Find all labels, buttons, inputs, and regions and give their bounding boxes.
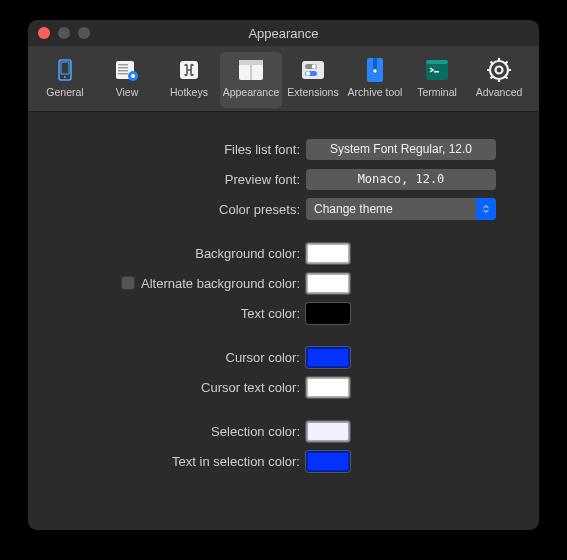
svg-point-2 xyxy=(64,76,66,78)
svg-rect-5 xyxy=(118,67,128,68)
window-title: Appearance xyxy=(248,26,318,41)
svg-line-33 xyxy=(505,62,508,65)
files-list-font-button[interactable]: System Font Regular, 12.0 xyxy=(306,139,496,160)
tab-archive-tool[interactable]: Archive tool xyxy=(344,52,406,108)
terminal-icon xyxy=(423,56,451,84)
view-icon xyxy=(113,56,141,84)
selection-color-label: Selection color: xyxy=(42,424,306,439)
appearance-form: Files list font: System Font Regular, 12… xyxy=(28,112,539,476)
svg-rect-7 xyxy=(118,73,128,74)
svg-point-16 xyxy=(312,64,316,68)
tab-advanced[interactable]: Advanced xyxy=(468,52,530,108)
svg-rect-13 xyxy=(250,65,252,80)
preview-font-value: Monaco, 12.0 xyxy=(358,172,445,186)
cursor-text-color-label: Cursor text color: xyxy=(42,380,306,395)
tab-label: Archive tool xyxy=(348,86,403,98)
svg-point-9 xyxy=(131,74,135,78)
appearance-icon xyxy=(237,56,265,84)
selection-color-swatch[interactable] xyxy=(306,421,350,442)
general-icon xyxy=(51,56,79,84)
preferences-window: Appearance General View Hotkeys Appear xyxy=(28,20,539,530)
text-in-selection-color-swatch[interactable] xyxy=(306,451,350,472)
tab-view[interactable]: View xyxy=(96,52,158,108)
extensions-icon xyxy=(299,56,327,84)
alt-background-color-label: Alternate background color: xyxy=(42,276,306,291)
tab-label: General xyxy=(46,86,83,98)
archive-tool-icon xyxy=(361,56,389,84)
svg-line-31 xyxy=(491,62,494,65)
text-in-selection-color-row: Text in selection color: xyxy=(42,446,525,476)
tab-hotkeys[interactable]: Hotkeys xyxy=(158,52,220,108)
alt-background-checkbox[interactable] xyxy=(121,276,135,290)
tab-label: Terminal xyxy=(417,86,457,98)
hotkeys-icon xyxy=(175,56,203,84)
gear-icon xyxy=(485,56,513,84)
color-presets-select[interactable]: Change theme xyxy=(306,198,496,220)
text-color-row: Text color: xyxy=(42,298,525,328)
titlebar: Appearance xyxy=(28,20,539,46)
background-color-label: Background color: xyxy=(42,246,306,261)
preferences-toolbar: General View Hotkeys Appearance Extensio xyxy=(28,46,539,112)
svg-line-32 xyxy=(505,76,508,79)
svg-rect-24 xyxy=(434,71,439,73)
color-presets-row: Color presets: Change theme xyxy=(42,194,525,224)
svg-point-21 xyxy=(373,69,377,73)
tab-label: View xyxy=(116,86,139,98)
close-window-button[interactable] xyxy=(38,27,50,39)
svg-point-18 xyxy=(306,71,310,75)
text-color-label: Text color: xyxy=(42,306,306,321)
cursor-text-color-swatch[interactable] xyxy=(306,377,350,398)
alt-background-color-swatch[interactable] xyxy=(306,273,350,294)
minimize-window-button[interactable] xyxy=(58,27,70,39)
alt-background-color-label-text: Alternate background color: xyxy=(141,276,300,291)
color-presets-label: Color presets: xyxy=(42,202,306,217)
cursor-color-label: Cursor color: xyxy=(42,350,306,365)
preview-font-label: Preview font: xyxy=(42,172,306,187)
selection-color-row: Selection color: xyxy=(42,416,525,446)
svg-rect-1 xyxy=(61,62,69,74)
tab-general[interactable]: General xyxy=(34,52,96,108)
svg-line-34 xyxy=(491,76,494,79)
files-list-font-label: Files list font: xyxy=(42,142,306,157)
svg-rect-12 xyxy=(239,60,263,65)
cursor-color-row: Cursor color: xyxy=(42,342,525,372)
svg-rect-23 xyxy=(426,60,448,64)
tab-terminal[interactable]: Terminal xyxy=(406,52,468,108)
files-list-font-row: Files list font: System Font Regular, 12… xyxy=(42,134,525,164)
cursor-text-color-row: Cursor text color: xyxy=(42,372,525,402)
tab-label: Appearance xyxy=(223,86,280,98)
svg-rect-14 xyxy=(302,61,324,79)
svg-rect-4 xyxy=(118,64,128,65)
preview-font-row: Preview font: Monaco, 12.0 xyxy=(42,164,525,194)
cursor-color-swatch[interactable] xyxy=(306,347,350,368)
preview-font-button[interactable]: Monaco, 12.0 xyxy=(306,169,496,190)
tab-label: Extensions xyxy=(287,86,338,98)
background-color-swatch[interactable] xyxy=(306,243,350,264)
tab-label: Advanced xyxy=(476,86,523,98)
tab-extensions[interactable]: Extensions xyxy=(282,52,344,108)
text-in-selection-color-label: Text in selection color: xyxy=(42,454,306,469)
tab-label: Hotkeys xyxy=(170,86,208,98)
window-controls xyxy=(38,27,90,39)
background-color-row: Background color: xyxy=(42,238,525,268)
files-list-font-value: System Font Regular, 12.0 xyxy=(330,142,472,156)
svg-point-26 xyxy=(496,67,503,74)
tab-appearance[interactable]: Appearance xyxy=(220,52,282,108)
text-color-swatch[interactable] xyxy=(306,303,350,324)
chevron-updown-icon xyxy=(476,198,496,220)
alt-background-color-row: Alternate background color: xyxy=(42,268,525,298)
svg-rect-6 xyxy=(118,70,128,71)
color-presets-value: Change theme xyxy=(314,202,393,216)
zoom-window-button[interactable] xyxy=(78,27,90,39)
